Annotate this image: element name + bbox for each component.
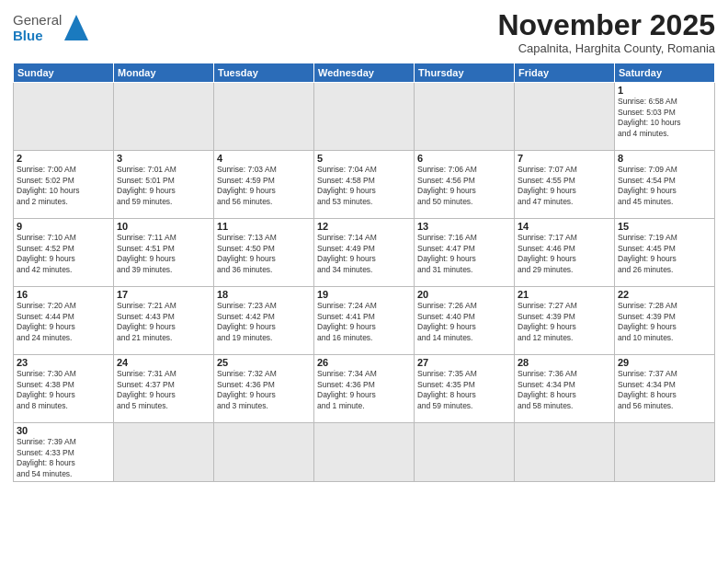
calendar-table: Sunday Monday Tuesday Wednesday Thursday… [13, 63, 715, 482]
day-info: Sunrise: 7:31 AMSunset: 4:37 PMDaylight:… [117, 369, 210, 411]
day-info: Sunrise: 7:04 AMSunset: 4:58 PMDaylight:… [317, 165, 411, 207]
table-row: 11Sunrise: 7:13 AMSunset: 4:50 PMDayligh… [214, 219, 314, 287]
calendar-week-row: 2Sunrise: 7:00 AMSunset: 5:02 PMDaylight… [14, 151, 715, 219]
table-row [114, 423, 214, 482]
month-title: November 2025 [497, 9, 715, 41]
day-number: 20 [417, 289, 511, 300]
day-number: 9 [17, 221, 110, 232]
day-number: 4 [217, 153, 311, 164]
table-row [214, 423, 314, 482]
day-info: Sunrise: 7:07 AMSunset: 4:55 PMDaylight:… [518, 165, 611, 207]
table-row: 1Sunrise: 6:58 AMSunset: 5:03 PMDaylight… [615, 83, 715, 151]
table-row: 7Sunrise: 7:07 AMSunset: 4:55 PMDaylight… [515, 151, 615, 219]
day-info: Sunrise: 7:17 AMSunset: 4:46 PMDaylight:… [518, 233, 611, 275]
header: General Blue November 2025 Capalnita, Ha… [13, 9, 715, 55]
calendar-header-row: Sunday Monday Tuesday Wednesday Thursday… [14, 63, 715, 83]
calendar-week-row: 9Sunrise: 7:10 AMSunset: 4:52 PMDaylight… [14, 219, 715, 287]
table-row: 9Sunrise: 7:10 AMSunset: 4:52 PMDaylight… [14, 219, 114, 287]
table-row: 4Sunrise: 7:03 AMSunset: 4:59 PMDaylight… [214, 151, 314, 219]
day-info: Sunrise: 7:23 AMSunset: 4:42 PMDaylight:… [217, 301, 311, 343]
day-info: Sunrise: 7:09 AMSunset: 4:54 PMDaylight:… [618, 165, 711, 207]
day-number: 8 [618, 153, 711, 164]
logo: General Blue [13, 9, 88, 43]
table-row: 21Sunrise: 7:27 AMSunset: 4:39 PMDayligh… [515, 287, 615, 355]
table-row: 24Sunrise: 7:31 AMSunset: 4:37 PMDayligh… [114, 355, 214, 423]
day-number: 24 [117, 357, 210, 368]
day-number: 29 [618, 357, 711, 368]
col-monday: Monday [114, 63, 214, 83]
day-info: Sunrise: 6:58 AMSunset: 5:03 PMDaylight:… [618, 97, 711, 139]
day-info: Sunrise: 7:24 AMSunset: 4:41 PMDaylight:… [317, 301, 411, 343]
day-info: Sunrise: 7:32 AMSunset: 4:36 PMDaylight:… [217, 369, 311, 411]
table-row [515, 423, 615, 482]
calendar-page: General Blue November 2025 Capalnita, Ha… [0, 0, 728, 563]
day-number: 6 [417, 153, 511, 164]
col-saturday: Saturday [615, 63, 715, 83]
day-number: 14 [518, 221, 611, 232]
day-info: Sunrise: 7:27 AMSunset: 4:39 PMDaylight:… [518, 301, 611, 343]
title-block: November 2025 Capalnita, Harghita County… [497, 9, 715, 55]
day-info: Sunrise: 7:34 AMSunset: 4:36 PMDaylight:… [317, 369, 411, 411]
table-row [314, 83, 415, 151]
table-row: 15Sunrise: 7:19 AMSunset: 4:45 PMDayligh… [615, 219, 715, 287]
logo-general: General [13, 13, 62, 29]
table-row: 23Sunrise: 7:30 AMSunset: 4:38 PMDayligh… [14, 355, 114, 423]
day-number: 7 [518, 153, 611, 164]
table-row: 13Sunrise: 7:16 AMSunset: 4:47 PMDayligh… [415, 219, 515, 287]
day-info: Sunrise: 7:19 AMSunset: 4:45 PMDaylight:… [618, 233, 711, 275]
table-row: 12Sunrise: 7:14 AMSunset: 4:49 PMDayligh… [314, 219, 415, 287]
table-row: 19Sunrise: 7:24 AMSunset: 4:41 PMDayligh… [314, 287, 415, 355]
day-number: 17 [117, 289, 210, 300]
table-row: 3Sunrise: 7:01 AMSunset: 5:01 PMDaylight… [114, 151, 214, 219]
table-row [415, 83, 515, 151]
calendar-week-row: 30Sunrise: 7:39 AMSunset: 4:33 PMDayligh… [14, 423, 715, 482]
col-tuesday: Tuesday [214, 63, 314, 83]
table-row [214, 83, 314, 151]
table-row: 2Sunrise: 7:00 AMSunset: 5:02 PMDaylight… [14, 151, 114, 219]
day-info: Sunrise: 7:10 AMSunset: 4:52 PMDaylight:… [17, 233, 110, 275]
table-row [415, 423, 515, 482]
table-row [114, 83, 214, 151]
table-row: 5Sunrise: 7:04 AMSunset: 4:58 PMDaylight… [314, 151, 415, 219]
table-row: 22Sunrise: 7:28 AMSunset: 4:39 PMDayligh… [615, 287, 715, 355]
day-info: Sunrise: 7:39 AMSunset: 4:33 PMDaylight:… [17, 437, 110, 479]
day-number: 5 [317, 153, 411, 164]
day-number: 25 [217, 357, 311, 368]
calendar-week-row: 1Sunrise: 6:58 AMSunset: 5:03 PMDaylight… [14, 83, 715, 151]
table-row: 16Sunrise: 7:20 AMSunset: 4:44 PMDayligh… [14, 287, 114, 355]
day-info: Sunrise: 7:00 AMSunset: 5:02 PMDaylight:… [17, 165, 110, 207]
day-info: Sunrise: 7:26 AMSunset: 4:40 PMDaylight:… [417, 301, 511, 343]
day-number: 23 [17, 357, 110, 368]
table-row: 30Sunrise: 7:39 AMSunset: 4:33 PMDayligh… [14, 423, 114, 482]
table-row: 10Sunrise: 7:11 AMSunset: 4:51 PMDayligh… [114, 219, 214, 287]
table-row: 29Sunrise: 7:37 AMSunset: 4:34 PMDayligh… [615, 355, 715, 423]
day-info: Sunrise: 7:20 AMSunset: 4:44 PMDaylight:… [17, 301, 110, 343]
table-row: 20Sunrise: 7:26 AMSunset: 4:40 PMDayligh… [415, 287, 515, 355]
day-info: Sunrise: 7:36 AMSunset: 4:34 PMDaylight:… [518, 369, 611, 411]
col-thursday: Thursday [415, 63, 515, 83]
day-number: 10 [117, 221, 210, 232]
day-number: 12 [317, 221, 411, 232]
day-number: 28 [518, 357, 611, 368]
day-info: Sunrise: 7:16 AMSunset: 4:47 PMDaylight:… [417, 233, 511, 275]
day-number: 16 [17, 289, 110, 300]
day-info: Sunrise: 7:28 AMSunset: 4:39 PMDaylight:… [618, 301, 711, 343]
col-wednesday: Wednesday [314, 63, 415, 83]
day-info: Sunrise: 7:35 AMSunset: 4:35 PMDaylight:… [417, 369, 511, 411]
table-row: 6Sunrise: 7:06 AMSunset: 4:56 PMDaylight… [415, 151, 515, 219]
calendar-week-row: 16Sunrise: 7:20 AMSunset: 4:44 PMDayligh… [14, 287, 715, 355]
day-info: Sunrise: 7:37 AMSunset: 4:34 PMDaylight:… [618, 369, 711, 411]
location-subtitle: Capalnita, Harghita County, Romania [497, 41, 715, 55]
table-row [314, 423, 415, 482]
day-info: Sunrise: 7:14 AMSunset: 4:49 PMDaylight:… [317, 233, 411, 275]
day-number: 22 [618, 289, 711, 300]
svg-marker-0 [64, 15, 88, 40]
logo-blue: Blue [13, 29, 62, 44]
table-row: 25Sunrise: 7:32 AMSunset: 4:36 PMDayligh… [214, 355, 314, 423]
day-number: 18 [217, 289, 311, 300]
day-number: 30 [17, 425, 110, 436]
day-number: 26 [317, 357, 411, 368]
day-info: Sunrise: 7:01 AMSunset: 5:01 PMDaylight:… [117, 165, 210, 207]
table-row: 17Sunrise: 7:21 AMSunset: 4:43 PMDayligh… [114, 287, 214, 355]
day-number: 1 [618, 85, 711, 96]
